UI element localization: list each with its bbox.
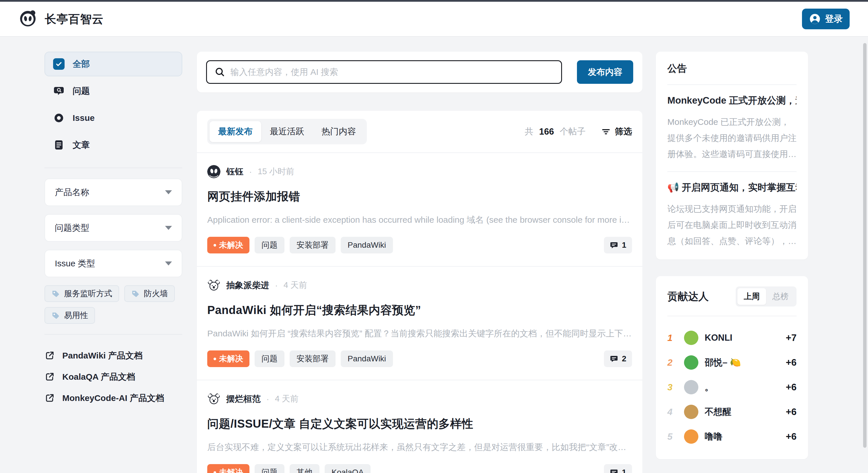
post-count-prefix: 共 <box>525 126 533 137</box>
comment-count: 1 <box>604 464 632 473</box>
avatar <box>207 392 220 406</box>
contributor-score: +6 <box>786 406 797 417</box>
filter-icon <box>601 127 611 137</box>
post-excerpt: PandaWiki 如何开启 “搜索结果内容预览” 配置？当前搜索只能搜索出关键… <box>207 328 632 340</box>
tag-chip[interactable]: 防火墙 <box>124 285 175 302</box>
scrollbar-thumb[interactable] <box>863 43 867 448</box>
main-column: 发布内容 最新发布 最近活跃 热门内容 共 166 个帖子 筛选 <box>197 52 642 473</box>
tag-icon <box>51 289 60 298</box>
checkbox-checked-icon <box>53 58 65 70</box>
post-author[interactable]: 摆烂桓范 <box>226 393 260 405</box>
post-tag[interactable]: 安装部署 <box>290 350 336 367</box>
tag-chip[interactable]: 服务监听方式 <box>44 285 119 302</box>
avatar <box>684 380 699 395</box>
announcement-title: 📢 开启网页通知，实时掌握互动... <box>668 181 797 194</box>
post-tag[interactable]: 问题 <box>255 350 284 367</box>
chevron-down-icon <box>165 261 172 265</box>
announcement-item[interactable]: 📢 开启网页通知，实时掌握互动... 论坛现已支持网页通知功能，开启后可在电脑桌… <box>668 181 797 249</box>
post-count-suffix: 个帖子 <box>560 126 586 137</box>
tag-icon <box>51 311 60 320</box>
post-item[interactable]: 摆烂桓范 · 4 天前 问题/ISSUE/文章 自定义文案可以实现运营的多样性 … <box>197 380 642 473</box>
sidebar-item-all[interactable]: 全部 <box>44 52 182 76</box>
publish-button[interactable]: 发布内容 <box>577 60 633 84</box>
post-tag[interactable]: 安装部署 <box>290 237 336 253</box>
contributor-row[interactable]: 1 KONLI +7 <box>668 325 797 350</box>
post-tag[interactable]: 其他 <box>290 464 319 473</box>
sort-tabs: 最新发布 最近活跃 热门内容 <box>207 119 367 145</box>
sidebar-item-issue[interactable]: Issue <box>44 106 182 130</box>
announcements-title: 公告 <box>668 62 797 75</box>
tag-chip[interactable]: 易用性 <box>44 307 95 324</box>
avatar <box>684 405 699 419</box>
tab-recent-active[interactable]: 最近活跃 <box>261 121 313 142</box>
rank-number: 5 <box>668 431 678 442</box>
posts-card: 最新发布 最近活跃 热门内容 共 166 个帖子 筛选 钰钰 <box>197 111 642 473</box>
link-pandawiki-docs[interactable]: PandaWiki 产品文档 <box>44 345 182 366</box>
avatar <box>684 355 699 370</box>
sidebar-item-articles[interactable]: 文章 <box>44 133 182 157</box>
contributor-score: +6 <box>786 382 797 392</box>
app-header: 长亭百智云 登录 <box>0 2 868 37</box>
post-tag[interactable]: 问题 <box>255 237 284 253</box>
chat-search-icon <box>53 85 65 97</box>
document-icon <box>53 138 65 151</box>
rank-number: 4 <box>668 407 678 417</box>
rank-number: 2 <box>668 357 678 368</box>
panel-divider <box>668 171 797 172</box>
panda-logo-icon <box>19 9 37 29</box>
post-item[interactable]: 抽象派柴进 · 4 天前 PandaWiki 如何开启“搜索结果内容预览” Pa… <box>197 266 642 380</box>
panel-divider <box>668 316 797 316</box>
toggle-last-week[interactable]: 上周 <box>737 288 766 305</box>
status-badge-unsolved: 未解决 <box>207 464 249 473</box>
post-author[interactable]: 钰钰 <box>226 166 243 178</box>
link-monkeycode-docs[interactable]: MonkeyCode-AI 产品文档 <box>44 387 182 409</box>
contributors-toggle: 上周 总榜 <box>736 286 797 307</box>
avatar <box>684 430 699 444</box>
select-question-type[interactable]: 问题类型 <box>44 214 182 242</box>
announcement-item[interactable]: MonkeyCode 正式开放公测，邀... MonkeyCode 已正式开放公… <box>668 94 797 162</box>
brand[interactable]: 长亭百智云 <box>19 9 104 29</box>
sidebar-item-questions[interactable]: 问题 <box>44 78 182 103</box>
select-product-name[interactable]: 产品名称 <box>44 179 182 206</box>
contributor-row[interactable]: 2 邵悦– 🍋 +6 <box>668 350 797 375</box>
post-excerpt: Application error: a client-side excepti… <box>207 214 632 226</box>
filter-button[interactable]: 筛选 <box>601 126 632 137</box>
post-tag[interactable]: PandaWiki <box>341 237 393 253</box>
doc-links: PandaWiki 产品文档 KoalaQA 产品文档 MonkeyCode-A… <box>44 345 182 409</box>
posts-toolbar: 最新发布 最近活跃 热门内容 共 166 个帖子 筛选 <box>197 111 642 152</box>
post-item[interactable]: 钰钰 · 15 小时前 网页挂件添加报错 Application error: … <box>197 153 642 266</box>
search-input[interactable] <box>230 67 554 77</box>
contributor-row[interactable]: 4 不想醒 +6 <box>668 400 797 424</box>
contributor-name: KONLI <box>705 333 779 343</box>
post-author[interactable]: 抽象派柴进 <box>226 280 269 291</box>
post-count: 166 <box>539 127 554 137</box>
post-excerpt: 后台实现不难，定义文案可以让系统玩出花样来，虽然只有文字之差，但是对运营很重要，… <box>207 441 632 453</box>
contributor-row[interactable]: 5 噜噜 +6 <box>668 424 797 449</box>
hot-tags: 服务监听方式 防火墙 易用性 <box>44 285 182 324</box>
post-tag[interactable]: PandaWiki <box>341 350 393 367</box>
tab-hot[interactable]: 热门内容 <box>313 121 365 142</box>
toggle-all-time[interactable]: 总榜 <box>766 288 795 305</box>
post-tag[interactable]: KoalaQA <box>324 464 371 473</box>
status-badge-unsolved: 未解决 <box>207 237 249 253</box>
tab-latest[interactable]: 最新发布 <box>210 121 261 142</box>
post-title[interactable]: 网页挂件添加报错 <box>207 189 632 204</box>
contributor-row[interactable]: 3 。 +6 <box>668 375 797 400</box>
issue-dot-icon <box>53 112 65 124</box>
rank-number: 3 <box>668 382 678 392</box>
login-button[interactable]: 登录 <box>802 9 849 29</box>
announcement-body: 论坛现已支持网页通知功能，开启后可在电脑桌面上即时收到互动消息（如回答、点赞、评… <box>668 201 797 249</box>
select-issue-type[interactable]: Issue 类型 <box>44 250 182 277</box>
link-koalaqa-docs[interactable]: KoalaQA 产品文档 <box>44 366 182 387</box>
post-title[interactable]: PandaWiki 如何开启“搜索结果内容预览” <box>207 302 632 318</box>
search-icon <box>214 67 225 77</box>
contributors-title: 贡献达人 <box>668 290 709 304</box>
post-time: 4 天前 <box>284 280 307 291</box>
post-title[interactable]: 问题/ISSUE/文章 自定义文案可以实现运营的多样性 <box>207 416 632 432</box>
contributor-name: 噜噜 <box>705 431 779 443</box>
contributor-name: 邵悦– 🍋 <box>705 356 779 369</box>
post-tag[interactable]: 问题 <box>255 464 284 473</box>
announcements-panel: 公告 MonkeyCode 正式开放公测，邀... MonkeyCode 已正式… <box>656 52 808 259</box>
search-card: 发布内容 <box>197 52 642 92</box>
contributor-score: +6 <box>786 431 797 442</box>
